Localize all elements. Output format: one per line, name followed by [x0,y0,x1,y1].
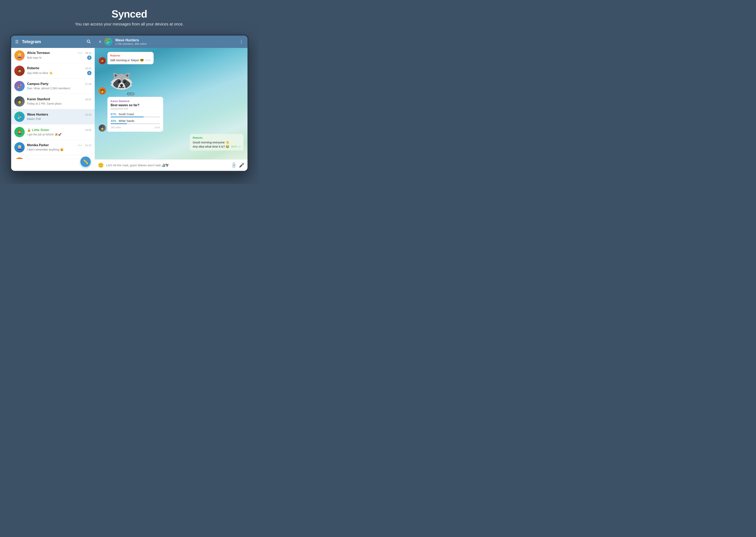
message-row-sticker: 🧑 🦝 15:38 [99,66,243,95]
search-icon[interactable] [86,39,91,45]
bubble-outgoing: Roberto Good morning everyone 👋 Any idea… [190,134,243,150]
chat-info-wave: Wave Hunters 15:43 Karen: Poll [27,113,92,121]
avatar-wave: 🏄 [14,111,25,122]
chat-preview-karen: Friday at 2 PM. Same place. [27,102,62,105]
chat-top-monika: Monika Parker ✓✓ 11:11 [27,144,92,147]
chat-preview-monika: I don't remember anything 😀 [27,148,63,151]
bubble-text-outgoing: Good morning everyone 👋 Any idea what ti… [192,141,230,148]
poll-type: Anonymous Poll [110,107,160,110]
poll-footer: 185 votes 15:43 [110,126,160,129]
chat-info-monika: Monika Parker ✓✓ 11:11 I don't remember … [27,144,92,151]
chat-info-sister: 🔒 Little Sister 13:01 I got the job at N… [27,128,92,136]
chat-name-roberto: Roberto [27,66,39,70]
avatar-monika: 👩‍🦳 [14,142,25,152]
avatar-campus: 🎉 [14,81,25,91]
bubble-time-roberto: 15:37 [146,59,151,62]
bubble-time-outgoing: 15:37 ✓✓ [231,145,241,148]
bubble-text-roberto: Still morning in Tokyo! 😎 [110,59,144,62]
messages-area: 🧔 Roberto Still morning in Tokyo! 😎 15:3… [95,48,247,159]
badge-roberto: 1 [87,71,92,75]
sidebar-header: ☰ Telegram [11,36,95,48]
poll-votes: 185 votes [110,126,121,129]
chat-top-alicia: Alicia Torreaux ✓✓ 18:12 [27,51,92,55]
chat-top-wave: Wave Hunters 15:43 [27,113,92,116]
chat-name-sister: 🔒 Little Sister [27,128,49,132]
bubble-roberto: Roberto Still morning in Tokyo! 😎 15:37 [107,52,153,64]
avatar-sister: 👩‍🦰 [14,127,25,137]
poll-option-1[interactable]: 67% South Coast [110,112,160,117]
chat-item-campus[interactable]: 🎉 Campus Party 17:42 Dan: Wow, almost 2,… [11,79,95,94]
msg-avatar-karen: 👩 [99,125,106,132]
bubble-sender-self: Roberto [192,136,241,140]
red-panda-sticker: 🦝 [109,71,134,91]
avatar-cat: 🐱 [14,157,25,159]
poll-sender: Karen Stanford [110,100,160,103]
poll-pct-2: 33% [110,119,117,123]
chat-top-campus: Campus Party 17:42 [27,82,92,86]
chat-item-sister[interactable]: 👩‍🦰 🔒 Little Sister 13:01 I got the job … [11,125,95,140]
page-header: Synced You can access your messages from… [75,8,184,26]
page-subtitle: You can access your messages from all yo… [75,22,184,26]
app-container: ☰ Telegram 👱‍♀️ [11,36,247,171]
chat-info-roberto: Roberto 18:01 Say hello to Alice 👋 1 [27,66,92,75]
check-icon-alicia: ✓✓ [78,51,83,55]
chat-item-karen[interactable]: 👩 Karen Stanford 16:01 Friday at 2 PM. S… [11,94,95,109]
poll-label-2: White Sands [119,119,134,123]
chat-top-roberto: Roberto 18:01 [27,66,92,70]
message-row-poll: 👩 Karen Stanford Best waves so far? Anon… [99,97,243,132]
more-options-button[interactable]: ⋮ [239,39,243,44]
mic-button[interactable]: 🎤 [239,163,244,168]
chat-top-sister: 🔒 Little Sister 13:01 [27,128,92,132]
message-row-outgoing: Roberto Good morning everyone 👋 Any idea… [99,134,243,150]
message-input[interactable] [106,163,229,167]
chat-name-wave: Wave Hunters [27,113,48,116]
chat-item-alicia[interactable]: 👱‍♀️ Alicia Torreaux ✓✓ 18:12 Bob says [11,48,95,63]
chat-time-karen: 16:01 [85,98,92,101]
msg-avatar-roberto: 🧔 [99,57,106,64]
chat-header-name: Wave Hunters [115,38,236,42]
menu-icon[interactable]: ☰ [15,39,19,44]
chat-preview-campus: Dan: Wow, almost 2,500 members! [27,87,70,90]
sidebar: ☰ Telegram 👱‍♀️ [11,36,95,171]
message-row-roberto: 🧔 Roberto Still morning in Tokyo! 😎 15:3… [99,52,243,64]
svg-line-1 [89,42,90,43]
chat-item-monika[interactable]: 👩‍🦳 Monika Parker ✓✓ 11:11 I don't remem… [11,140,95,155]
chat-item-roberto[interactable]: 🧔 Roberto 18:01 Say hello to Alice 👋 1 [11,63,95,79]
poll-option-2[interactable]: 33% White Sands [110,119,160,124]
campus-sender: Dan [27,87,32,90]
badge-alicia: 2 [87,56,92,60]
chat-info-karen: Karen Stanford 16:01 Friday at 2 PM. Sam… [27,98,92,105]
device-inner: ☰ Telegram 👱‍♀️ [11,36,247,171]
chat-header-info: Wave Hunters 2,768 members, 496 online [115,38,236,45]
poll-time: 15:43 [154,126,160,129]
chat-info-campus: Campus Party 17:42 Dan: Wow, almost 2,50… [27,82,92,90]
chat-name-karen: Karen Stanford [27,98,50,101]
poll-question: Best waves so far? [110,103,160,107]
attach-button[interactable]: 📎 [230,161,237,169]
chat-header-avatar: 🏄 [105,38,112,46]
chat-name-monika: Monika Parker [27,144,49,147]
compose-button[interactable]: ✏️ [80,156,91,167]
chat-info-alicia: Alicia Torreaux ✓✓ 18:12 Bob says hi. 2 [27,51,92,60]
chat-item-wave[interactable]: 🏄 Wave Hunters 15:43 Karen: Poll [11,109,95,125]
poll-bar-bg-2 [110,123,160,124]
chat-preview-sister: I got the job at NASA! 🎉🚀 [27,133,62,136]
sticker-time: 15:38 [127,93,135,95]
close-chat-button[interactable]: ✕ [99,40,102,44]
poll-bubble: Karen Stanford Best waves so far? Anonym… [107,97,163,132]
sidebar-title: Telegram [22,39,83,44]
msg-avatar-sticker: 🧑 [99,87,106,95]
check-icon-monika: ✓✓ [78,144,83,147]
chat-header-status: 2,768 members, 496 online [115,42,236,45]
avatar-karen: 👩 [14,96,25,106]
chat-time-campus: 17:42 [85,83,92,86]
chat-name-campus: Campus Party [27,82,49,86]
chat-preview-alicia: Bob says hi. [27,56,42,59]
chat-preview-wave: Karen: Poll [27,117,41,120]
chat-time-alicia: 18:12 [85,52,92,55]
chat-name-alicia: Alicia Torreaux [27,51,50,55]
sidebar-bottom: ✏️ [11,159,95,171]
chat-time-wave: 15:43 [85,113,92,116]
emoji-button[interactable]: 🙂 [98,162,104,168]
chat-top-karen: Karen Stanford 16:01 [27,98,92,101]
